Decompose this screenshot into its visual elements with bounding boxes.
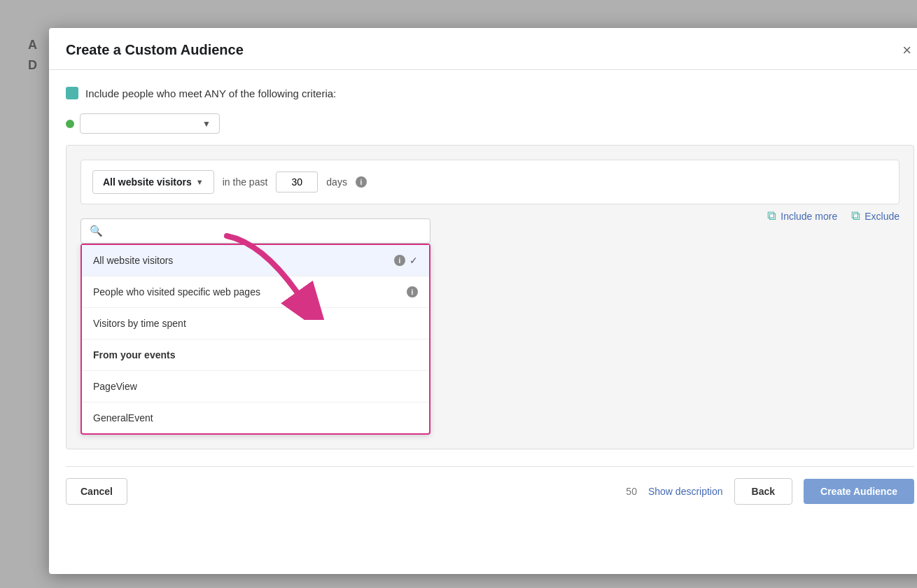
in-past-text: in the past — [223, 176, 268, 188]
dropdown-item-time-spent[interactable]: Visitors by time spent — [82, 308, 429, 340]
source-dropdown[interactable]: ▼ — [80, 113, 220, 134]
search-icon: 🔍 — [90, 225, 103, 237]
include-more-icon: ⧉ — [767, 209, 776, 223]
days-input[interactable] — [276, 172, 318, 192]
content-area: All website visitors ▼ in the past days … — [66, 145, 914, 449]
criteria-text: Include people who meet ANY of the follo… — [85, 88, 336, 99]
bg-hint: A D — [28, 35, 37, 76]
audience-size-value: 50 — [626, 486, 637, 497]
dropdown-item-specific-pages[interactable]: People who visited specific web pages i — [82, 276, 429, 308]
source-row: ▼ — [66, 113, 914, 134]
cancel-button[interactable]: Cancel — [66, 478, 127, 505]
modal-header: Create a Custom Audience × — [49, 28, 917, 70]
dropdown-section-events: From your events — [82, 340, 429, 371]
days-label: days — [326, 176, 347, 188]
all-visitors-info-icon[interactable]: i — [394, 255, 405, 266]
dropdown-item-specific-pages-label: People who visited specific web pages — [93, 286, 260, 298]
visitor-rule-row: All website visitors ▼ in the past days … — [80, 160, 899, 204]
all-visitors-check: ✓ — [410, 255, 418, 266]
include-more-label: Include more — [780, 211, 837, 222]
search-wrapper: 🔍 All website visitors i ✓ — [80, 218, 899, 435]
days-info-icon[interactable]: i — [356, 176, 367, 188]
dropdown-item-all-visitors-right: i ✓ — [394, 255, 418, 266]
search-bar: 🔍 — [80, 218, 430, 244]
search-input[interactable] — [108, 225, 421, 237]
dropdown-item-pageview[interactable]: PageView — [82, 371, 429, 402]
exclude-icon: ⧉ — [851, 209, 860, 223]
green-dot-indicator — [66, 120, 74, 128]
criteria-row: Include people who meet ANY of the follo… — [66, 87, 914, 99]
content-wrapper: All website visitors ▼ in the past days … — [66, 145, 914, 449]
back-button[interactable]: Back — [734, 478, 792, 505]
dropdown-item-generalevent-label: GeneralEvent — [93, 412, 153, 424]
source-dropdown-text — [89, 118, 197, 129]
dropdown-item-pageview-label: PageView — [93, 381, 137, 392]
specific-pages-info-icon[interactable]: i — [407, 286, 418, 298]
include-checkbox[interactable] — [66, 87, 78, 99]
visitor-type-dropdown-list: All website visitors i ✓ People who visi… — [80, 244, 430, 435]
right-controls: ⧉ Include more ⧉ Exclude — [767, 209, 899, 223]
close-button[interactable]: × — [899, 43, 914, 58]
modal-dialog: Create a Custom Audience × Include peopl… — [49, 28, 917, 574]
create-audience-button[interactable]: Create Audience — [804, 479, 914, 504]
show-description-button[interactable]: Show description — [648, 486, 723, 497]
include-more-button[interactable]: ⧉ Include more — [767, 209, 837, 223]
bottom-bar: Cancel 50 Show description Back Create A… — [66, 466, 914, 505]
dropdown-item-all-visitors-label: All website visitors — [93, 255, 173, 266]
exclude-button[interactable]: ⧉ Exclude — [851, 209, 899, 223]
visitor-dropdown-chevron: ▼ — [196, 178, 204, 186]
exclude-label: Exclude — [864, 211, 899, 222]
dropdown-item-generalevent[interactable]: GeneralEvent — [82, 402, 429, 433]
bottom-right: 50 Show description Back Create Audience — [626, 478, 914, 505]
visitor-type-dropdown[interactable]: All website visitors ▼ — [92, 170, 214, 194]
source-dropdown-arrow: ▼ — [202, 119, 211, 129]
modal-body: Include people who meet ANY of the follo… — [49, 70, 917, 519]
dropdown-item-specific-pages-right: i — [407, 286, 418, 298]
dropdown-section-events-label: From your events — [93, 349, 175, 360]
dropdown-item-time-spent-label: Visitors by time spent — [93, 318, 186, 329]
modal-title: Create a Custom Audience — [66, 42, 244, 58]
visitor-type-label: All website visitors — [103, 176, 192, 188]
dropdown-item-all-visitors[interactable]: All website visitors i ✓ — [82, 245, 429, 276]
